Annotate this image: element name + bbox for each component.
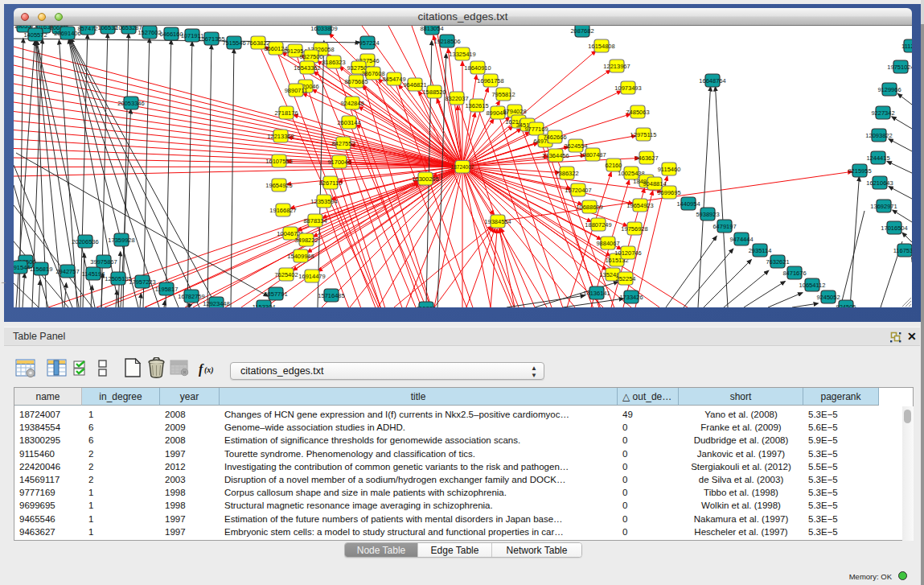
svg-text:9646821: 9646821 — [403, 81, 426, 89]
svg-text:1195817: 1195817 — [155, 286, 179, 293]
svg-text:12213967: 12213967 — [603, 63, 630, 70]
svg-text:857472: 857472 — [77, 26, 97, 32]
svg-text:1733426: 1733426 — [619, 294, 643, 301]
svg-text:16671355: 16671355 — [198, 35, 224, 43]
svg-text:19384554: 19384554 — [484, 218, 511, 225]
svg-text:9857791: 9857791 — [264, 290, 287, 298]
svg-text:2718176: 2718176 — [274, 109, 298, 117]
svg-text:f: f — [199, 362, 204, 377]
svg-text:9115460: 9115460 — [658, 166, 681, 173]
svg-text:9890711: 9890711 — [285, 87, 308, 94]
svg-text:9245052: 9245052 — [816, 294, 840, 301]
svg-text:7625402: 7625402 — [274, 271, 298, 278]
svg-text:7515546: 7515546 — [222, 39, 245, 47]
svg-text:924505: 924505 — [836, 303, 856, 308]
svg-text:8186323: 8186323 — [322, 59, 345, 66]
svg-text:7957224: 7957224 — [355, 39, 379, 47]
svg-text:16033809: 16033809 — [310, 26, 337, 32]
svg-text:391544: 391544 — [14, 264, 31, 271]
svg-text:6794028: 6794028 — [503, 108, 526, 115]
svg-text:19654925: 19654925 — [265, 182, 292, 189]
svg-text:7386322: 7386322 — [555, 170, 578, 177]
svg-text:9699695: 9699695 — [657, 189, 680, 196]
svg-text:6479197: 6479197 — [713, 223, 736, 230]
svg-text:10120746: 10120746 — [614, 249, 641, 257]
svg-text:18300295: 18300295 — [412, 175, 438, 183]
svg-text:2942757: 2942757 — [55, 268, 79, 275]
svg-text:12975115: 12975115 — [630, 131, 657, 138]
svg-text:17016504: 17016504 — [881, 225, 907, 232]
svg-text:19756928: 19756928 — [621, 225, 647, 233]
svg-text:2087682: 2087682 — [570, 27, 593, 35]
svg-text:9129966: 9129966 — [877, 86, 901, 93]
svg-text:20206536: 20206536 — [72, 238, 98, 245]
svg-text:19218506: 19218506 — [433, 38, 460, 45]
svg-text:9463627: 9463627 — [634, 154, 658, 162]
svg-text:8675685: 8675685 — [344, 78, 368, 85]
svg-text:8215955: 8215955 — [848, 167, 871, 175]
svg-text:9474444: 9474444 — [729, 236, 753, 243]
svg-text:17359928: 17359928 — [108, 237, 134, 244]
svg-text:19166827: 19166827 — [269, 207, 296, 214]
svg-text:9777169: 9777169 — [524, 126, 548, 133]
svg-text:7632621: 7632621 — [766, 258, 789, 266]
svg-text:8813054: 8813054 — [420, 26, 443, 32]
svg-text:1145194: 1145194 — [82, 270, 105, 278]
svg-text:15409948: 15409948 — [287, 253, 314, 260]
svg-text:20053346: 20053346 — [117, 100, 144, 107]
svg-text:14136141: 14136141 — [583, 290, 610, 297]
svg-text:1167534: 1167534 — [893, 247, 912, 254]
svg-text:6466160: 6466160 — [159, 31, 183, 38]
svg-text:16107553: 16107553 — [265, 158, 292, 165]
svg-text:12923448: 12923448 — [203, 300, 229, 307]
svg-text:2603144: 2603144 — [337, 119, 360, 126]
svg-text:12353594: 12353594 — [310, 198, 337, 205]
svg-text:(x): (x) — [204, 365, 214, 375]
svg-text:9242848: 9242848 — [340, 100, 363, 107]
svg-text:18724007: 18724007 — [451, 164, 474, 170]
svg-text:111234: 111234 — [901, 43, 912, 50]
svg-text:12505135: 12505135 — [105, 275, 131, 282]
svg-text:19654923: 19654923 — [626, 202, 653, 209]
svg-text:1440954: 1440954 — [676, 200, 700, 208]
svg-text:16648764: 16648764 — [699, 77, 725, 84]
svg-text:8454749: 8454749 — [382, 76, 405, 83]
svg-text:3624554: 3624554 — [564, 142, 587, 150]
svg-text:1527602: 1527602 — [138, 29, 161, 36]
svg-text:19751024: 19751024 — [887, 64, 912, 71]
svg-text:62160: 62160 — [606, 162, 622, 169]
svg-text:1588520: 1588520 — [422, 89, 446, 96]
svg-text:8471676: 8471676 — [782, 270, 806, 277]
svg-text:18640910: 18640910 — [464, 64, 491, 72]
svg-text:8267110: 8267110 — [319, 179, 343, 187]
svg-text:8878334: 8878334 — [303, 217, 326, 225]
svg-text:13692971: 13692971 — [870, 203, 897, 210]
svg-text:2867608: 2867608 — [361, 70, 384, 77]
svg-text:16543362: 16543362 — [294, 64, 320, 72]
svg-text:9884067: 9884067 — [596, 240, 619, 247]
svg-text:21364456: 21364456 — [542, 152, 569, 159]
svg-text:3498222: 3498222 — [294, 237, 318, 244]
svg-text:1156819: 1156819 — [30, 266, 53, 273]
svg-text:13325419: 13325419 — [449, 51, 475, 58]
svg-text:16961758: 16961758 — [477, 77, 503, 84]
svg-text:115330: 115330 — [417, 305, 436, 308]
svg-text:16154808: 16154808 — [588, 43, 614, 50]
svg-text:9327500: 9327500 — [299, 53, 322, 60]
svg-text:17957223: 17957223 — [129, 278, 155, 286]
svg-text:7955812: 7955812 — [491, 91, 515, 98]
svg-text:1153304: 1153304 — [253, 303, 276, 308]
svg-text:10973493: 10973493 — [614, 84, 641, 92]
svg-text:12213369: 12213369 — [267, 133, 294, 140]
svg-text:10654112: 10654112 — [799, 282, 826, 289]
svg-text:2935114: 2935114 — [749, 247, 772, 254]
svg-text:5938923: 5938923 — [696, 211, 719, 218]
svg-text:16782759: 16782759 — [178, 293, 204, 300]
svg-text:10807487: 10807487 — [579, 151, 606, 159]
svg-text:15720407: 15720407 — [565, 187, 591, 194]
svg-text:12093822: 12093822 — [865, 132, 892, 139]
svg-text:18807249: 18807249 — [585, 221, 611, 229]
svg-text:8322037: 8322037 — [445, 95, 468, 102]
svg-text:7485063: 7485063 — [626, 109, 649, 116]
svg-text:9170046: 9170046 — [327, 159, 351, 166]
